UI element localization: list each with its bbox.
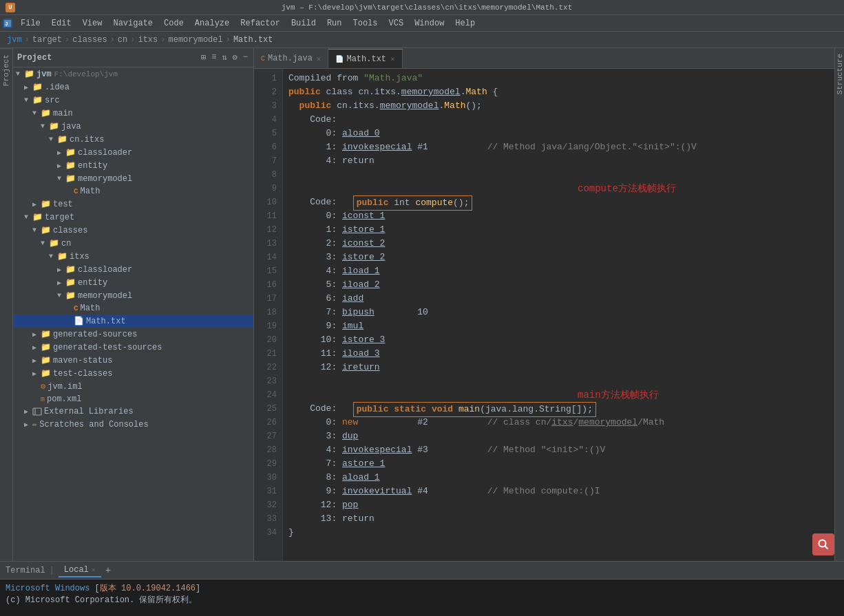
tree-item-memorymodel-target[interactable]: ▼ 📁 memorymodel	[13, 289, 253, 302]
tree-item-classloader-src[interactable]: ▶ 📁 classloader	[13, 146, 253, 159]
tree-item-entity-target[interactable]: ▶ 📁 entity	[13, 276, 253, 289]
menu-window[interactable]: Window	[409, 17, 450, 30]
breadcrumb-jvm[interactable]: jvm	[7, 35, 22, 45]
label-src: src	[45, 96, 60, 105]
breadcrumb-itxs[interactable]: itxs	[138, 35, 158, 45]
label-gen-test: generated-test-sources	[53, 343, 162, 352]
code-line-23	[288, 374, 829, 388]
tab-close-math-txt[interactable]: ✕	[390, 54, 395, 63]
terminal-content[interactable]: Microsoft Windows [版本 10.0.19042.1466] (…	[0, 580, 844, 616]
sidebar-action-close[interactable]: −	[242, 51, 249, 64]
sidebar-action-settings[interactable]: ⚙	[231, 51, 239, 64]
breadcrumb-memorymodel[interactable]: memorymodel	[168, 35, 222, 45]
tree-item-entity-src[interactable]: ▶ 📁 entity	[13, 159, 253, 172]
terminal-label: Terminal	[6, 566, 45, 575]
structure-tab[interactable]: Structure	[834, 48, 845, 100]
menu-view[interactable]: View	[77, 17, 108, 30]
tree-item-jvm-iml[interactable]: ⚙ jvm.iml	[13, 380, 253, 393]
menu-build[interactable]: Build	[286, 17, 321, 30]
tree-item-math-src[interactable]: C Math	[13, 185, 253, 198]
tree-item-generated-sources[interactable]: ▶ 📁 generated-sources	[13, 328, 253, 341]
code-line-31: 9: invokevirtual #4 // Method compute:()…	[288, 485, 829, 498]
tree-item-classloader-target[interactable]: ▶ 📁 classloader	[13, 263, 253, 276]
sidebar-action-layout[interactable]: ⊞	[200, 51, 207, 64]
menu-edit[interactable]: Edit	[46, 17, 77, 30]
project-tab[interactable]: Project	[0, 48, 12, 92]
tab-bar: C Math.java ✕ 📄 Math.txt ✕	[254, 48, 834, 69]
terminal-add-button[interactable]: +	[105, 565, 111, 576]
breadcrumb-classes[interactable]: classes	[72, 35, 107, 45]
folder-icon-classes: 📁	[41, 225, 51, 235]
code-line-15: 4: iload_1	[288, 264, 829, 278]
tab-math-txt[interactable]: 📄 Math.txt ✕	[328, 49, 402, 68]
tree-item-test[interactable]: ▶ 📁 test	[13, 198, 253, 211]
menu-navigate[interactable]: Navigate	[107, 17, 158, 30]
tree-item-maven-status[interactable]: ▶ 📁 maven-status	[13, 354, 253, 367]
code-line-9: public int compute(); compute方法栈帧执行	[288, 182, 829, 195]
folder-icon-cnitxs: 📁	[57, 134, 67, 145]
tree-item-math-class[interactable]: C Math	[13, 302, 253, 315]
tree-item-cn[interactable]: ▼ 📁 cn	[13, 237, 253, 250]
code-line-6: 1: invokespecial #1 // Method java/lang/…	[288, 140, 829, 154]
bottom-panel: Terminal | Local ✕ + Microsoft Windows […	[0, 561, 844, 616]
tree-item-main[interactable]: ▼ 📁 main	[13, 107, 253, 120]
menu-help[interactable]: Help	[450, 17, 481, 30]
tree-item-jvm[interactable]: ▼ 📁 jvm F:\develop\jvm	[13, 67, 253, 81]
folder-icon-java: 📁	[49, 121, 59, 131]
label-itxs: itxs	[70, 252, 89, 262]
sidebar-action-expand[interactable]: ⇅	[220, 51, 228, 64]
code-line-18: 7: bipush 10	[288, 306, 829, 319]
folder-icon-gen-src: 📁	[41, 329, 51, 339]
folder-icon-memorymodel-target: 📁	[65, 290, 76, 301]
folder-icon-main: 📁	[41, 108, 51, 118]
tree-item-java[interactable]: ▼ 📁 java	[13, 120, 253, 133]
breadcrumb-target[interactable]: target	[32, 35, 62, 45]
menu-vcs[interactable]: VCS	[383, 17, 410, 30]
folder-icon-memorymodel-src: 📁	[65, 173, 76, 184]
menu-refactor[interactable]: Refactor	[235, 17, 286, 30]
label-memorymodel-src: memorymodel	[78, 174, 132, 184]
folder-icon-cn: 📁	[49, 238, 59, 248]
label-java: java	[61, 122, 81, 131]
tree-item-itxs[interactable]: ▼ 📁 itxs	[13, 250, 253, 263]
tree-item-test-classes[interactable]: ▶ 📁 test-classes	[13, 367, 253, 380]
tree-item-memorymodel-src[interactable]: ▼ 📁 memorymodel	[13, 172, 253, 185]
code-line-33: 13: return	[288, 512, 829, 526]
tree-item-src[interactable]: ▼ 📁 src	[13, 94, 253, 107]
label-test-classes: test-classes	[53, 369, 112, 379]
menubar: J File Edit View Navigate Code Analyze R…	[0, 15, 844, 32]
label-scratches: Scratches and Consoles	[39, 420, 148, 429]
menu-file[interactable]: File	[15, 17, 46, 30]
tree-item-scratches[interactable]: ▶ ✏ Scratches and Consoles	[13, 418, 253, 431]
tab-math-java[interactable]: C Math.java ✕	[254, 49, 328, 68]
tree-item-cnitxs[interactable]: ▼ 📁 cn.itxs	[13, 133, 253, 146]
code-line-7: 4: return	[288, 154, 829, 168]
label-classloader-src: classloader	[78, 148, 132, 158]
search-fab-button[interactable]	[812, 533, 834, 555]
tree-item-generated-test-sources[interactable]: ▶ 📁 generated-test-sources	[13, 341, 253, 354]
menu-run[interactable]: Run	[321, 17, 348, 30]
tree-item-math-txt[interactable]: 📄 Math.txt	[13, 315, 253, 328]
java-icon-math-class: C	[74, 304, 78, 312]
terminal-tab-local-close[interactable]: ✕	[92, 566, 96, 574]
sidebar-title: Project	[17, 53, 52, 63]
menu-tools[interactable]: Tools	[348, 17, 383, 30]
txt-icon-math: 📄	[74, 316, 84, 326]
label-classes: classes	[53, 226, 87, 235]
tree-item-idea[interactable]: ▶ 📁 .idea	[13, 81, 253, 94]
tree-item-ext-libs[interactable]: ▶ External Libraries	[13, 405, 253, 418]
tree-item-classes[interactable]: ▼ 📁 classes	[13, 224, 253, 237]
code-line-30: 8: aload_1	[288, 471, 829, 485]
code-line-27: 3: dup	[288, 429, 829, 443]
tab-close-math-java[interactable]: ✕	[317, 54, 321, 63]
terminal-line-2: (c) Microsoft Corporation. 保留所有权利。	[6, 594, 838, 606]
tree-item-pom[interactable]: m pom.xml	[13, 393, 253, 405]
terminal-tab-local[interactable]: Local ✕	[59, 564, 101, 577]
breadcrumb-cn[interactable]: cn	[118, 35, 127, 45]
tab-label-math-java: Math.java	[268, 54, 313, 63]
java-tab-icon: C	[261, 55, 265, 63]
tree-item-target[interactable]: ▼ 📁 target	[13, 211, 253, 224]
sidebar-action-collapse[interactable]: ≡	[210, 51, 218, 64]
menu-code[interactable]: Code	[158, 17, 189, 30]
menu-analyze[interactable]: Analyze	[189, 17, 235, 30]
